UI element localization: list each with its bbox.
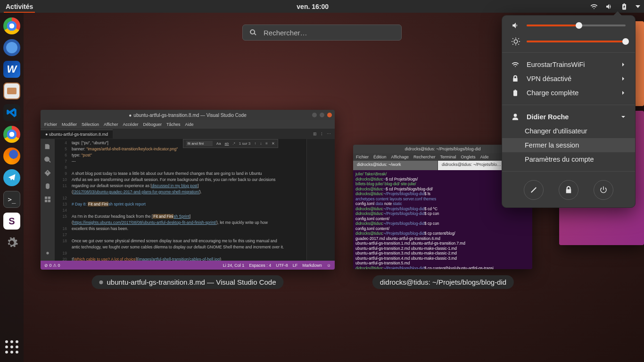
vscode-tab-active[interactable]: ● ubuntu-artful-gs-transition.8.md xyxy=(41,130,113,139)
settings-button[interactable] xyxy=(524,180,544,200)
brightness-slider-row xyxy=(502,32,635,48)
vscode-menubar[interactable]: FichierModifierSélectionAfficherAccéderD… xyxy=(41,120,335,129)
lock-button[interactable] xyxy=(559,180,578,200)
chevron-right-icon xyxy=(621,75,626,82)
session-buttons xyxy=(502,176,635,200)
chevron-down-icon xyxy=(636,5,640,8)
vscode-titlebar: ●ubuntu-artful-gs-transition.8.md — Visu… xyxy=(41,110,335,120)
vscode-find-panel[interactable]: Aaab.* 1 sur 3 ↑↓≡✕ xyxy=(183,139,278,148)
top-bar: Activités ven. 16:00 xyxy=(0,0,644,13)
overview-caption-terminal: didrocks@tidus: ~/Projets/blogs/blog-did xyxy=(372,275,514,289)
battery-icon xyxy=(512,89,519,97)
account-settings-item[interactable]: Paramètres du compte xyxy=(502,152,635,166)
settings-icon[interactable] xyxy=(3,234,20,251)
find-input[interactable] xyxy=(186,141,213,146)
battery-menu-item[interactable]: Charge complète xyxy=(502,86,635,100)
logout-item[interactable]: Fermer la session xyxy=(502,138,635,152)
vscode-tab-actions[interactable]: ⊞⫶⋯ xyxy=(309,132,335,136)
git-icon[interactable] xyxy=(44,169,51,177)
chrome-icon-2[interactable] xyxy=(3,126,20,143)
terminal-icon[interactable]: >_ xyxy=(3,191,20,208)
overview-caption-vscode: ubuntu-artful-gs-transition.8.md — Visua… xyxy=(91,275,283,289)
vpn-menu-item[interactable]: VPN désactivé xyxy=(502,72,635,86)
overview-window-vscode[interactable]: ●ubuntu-artful-gs-transition.8.md — Visu… xyxy=(41,110,335,270)
vscode-status-problems[interactable]: ⊘ 0 ⚠ 0 xyxy=(44,263,60,268)
search-icon xyxy=(249,29,257,36)
volume-icon xyxy=(605,3,613,10)
volume-slider-row xyxy=(502,16,635,32)
user-icon xyxy=(512,113,519,121)
terminal-tab-1[interactable]: didrocks@tidus: ~/work xyxy=(353,161,438,170)
system-menu-popover: EurostarTrainsWiFi VPN désactivé Charge … xyxy=(502,15,636,208)
brightness-slider[interactable] xyxy=(527,41,626,42)
extensions-icon[interactable] xyxy=(44,196,51,203)
find-result-count: 1 sur 3 xyxy=(239,141,250,146)
vscode-tabs[interactable]: ● ubuntu-artful-gs-transition.8.md ⊞⫶⋯ xyxy=(41,129,335,139)
wifi-icon xyxy=(512,61,519,68)
vscode-activity-bar[interactable] xyxy=(41,139,55,261)
dock: W >_ S xyxy=(0,13,24,362)
switch-user-item[interactable]: Changer d'utilisateur xyxy=(502,124,635,138)
vscode-statusbar[interactable]: ⊘ 0 ⚠ 0 Li 24, Col 1Espaces : 4UTF-8LFMa… xyxy=(41,261,335,270)
volume-slider[interactable] xyxy=(527,25,626,26)
file-manager-icon[interactable] xyxy=(3,82,20,99)
app-icon xyxy=(99,280,103,284)
wifi-icon xyxy=(590,3,598,10)
window-buttons[interactable] xyxy=(312,113,332,117)
gear-icon[interactable] xyxy=(44,249,51,257)
brightness-icon xyxy=(512,37,520,46)
vscode-icon[interactable] xyxy=(3,104,20,121)
search-icon[interactable] xyxy=(44,156,51,164)
telegram-icon[interactable] xyxy=(3,169,20,186)
battery-icon xyxy=(620,3,628,10)
lock-icon xyxy=(512,75,519,82)
thunderbird-icon[interactable] xyxy=(3,39,20,56)
volume-icon xyxy=(512,21,520,30)
activities-button[interactable]: Activités xyxy=(4,0,35,13)
vscode-editor[interactable]: Aaab.* 1 sur 3 ↑↓≡✕ 4tags: ["pu", "ubunt… xyxy=(55,139,306,261)
app-icon-blue[interactable]: W xyxy=(3,61,20,78)
clock[interactable]: ven. 16:00 xyxy=(297,3,329,10)
chevron-right-icon xyxy=(621,89,626,97)
power-button[interactable] xyxy=(594,180,613,200)
slack-icon[interactable]: S xyxy=(3,213,20,230)
chevron-right-icon xyxy=(621,61,626,68)
search-input[interactable]: Rechercher… xyxy=(242,25,402,41)
system-status-area[interactable] xyxy=(590,3,640,10)
wifi-menu-item[interactable]: EurostarTrainsWiFi xyxy=(502,58,635,72)
search-placeholder: Rechercher… xyxy=(264,29,307,37)
firefox-icon[interactable] xyxy=(3,148,20,165)
user-menu-item[interactable]: Didier Roche xyxy=(502,110,635,124)
vscode-minimap[interactable] xyxy=(306,139,335,261)
chevron-down-icon xyxy=(621,113,626,121)
show-apps-button[interactable] xyxy=(3,338,20,355)
debug-icon[interactable] xyxy=(44,182,51,190)
chrome-icon[interactable] xyxy=(3,17,20,34)
files-icon[interactable] xyxy=(44,143,51,150)
